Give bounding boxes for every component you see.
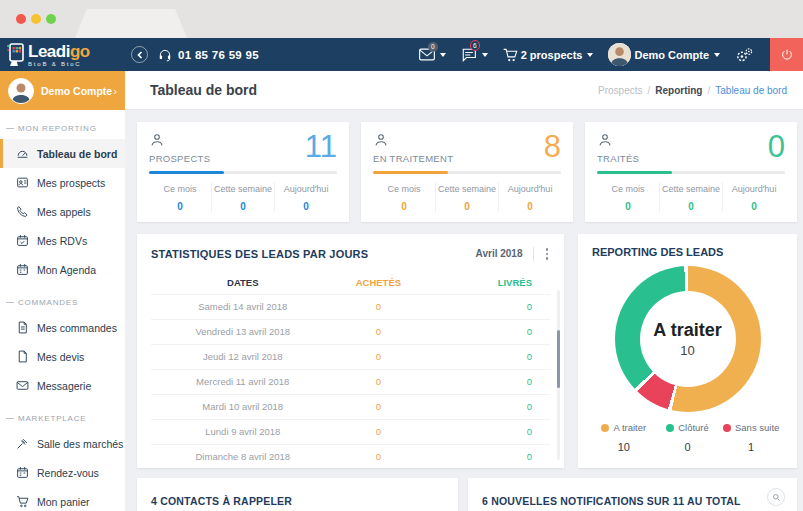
logo-phone-icon (7, 43, 24, 67)
envelope-icon (16, 379, 29, 392)
cart-caret-icon (587, 53, 593, 57)
cart-label: 2 prospects (521, 49, 583, 61)
stat-card-traites: TRAITÉS 0 Ce mois0 Cette semaine0 Aujour… (585, 122, 797, 222)
browser-tab (75, 9, 187, 38)
sidebar-item-salle-des-marches[interactable]: Salle des marchés (0, 429, 125, 458)
calendar-icon (16, 263, 29, 276)
breadcrumb-current: Tableau de bord (715, 85, 787, 96)
breadcrumb-prospects[interactable]: Prospects (598, 85, 642, 96)
stat-value: 11 (305, 132, 337, 164)
chat-caret-icon (482, 53, 488, 57)
window-minimize-dot (31, 14, 41, 24)
stat-progress (149, 171, 337, 174)
sidebar-item-mes-prospects[interactable]: Mes prospects (0, 168, 125, 197)
legend-item-sans-suite: Sans suite (719, 422, 783, 433)
month-selector[interactable]: Avril 2018 (476, 248, 523, 259)
stat-card-en-traitement: EN TRAITEMENT 8 Ce mois0 Cette semaine0 … (361, 122, 573, 222)
sidebar-item-mes-devis[interactable]: Mes devis (0, 342, 125, 371)
sidebar-item-mon-panier[interactable]: Mon panier (0, 487, 125, 511)
user-menu[interactable]: Demo Compte (608, 43, 720, 66)
page-header: Tableau de bord Prospects / Reporting / … (125, 71, 803, 110)
power-icon (780, 48, 794, 62)
sidebar-item-messagerie[interactable]: Messagerie (0, 371, 125, 400)
legend-item-a-traiter: A traiter (592, 422, 656, 433)
legend-item-cloture: Clôturé (656, 422, 720, 433)
user-caret-icon (714, 53, 720, 57)
cart-icon (503, 48, 518, 62)
mail-caret-icon (440, 53, 446, 57)
donut-legend: A traiter Clôturé Sans suite (592, 422, 783, 433)
dashboard-icon (16, 147, 29, 160)
person-icon (373, 134, 389, 151)
stat-label: EN TRAITEMENT (373, 153, 453, 164)
top-navigation-bar: Leadigo BtoB & BtoC 01 85 76 59 95 0 (0, 38, 803, 71)
file-icon (16, 350, 29, 363)
donut-center-label: A traiter (653, 320, 721, 341)
sidebar-item-mes-appels[interactable]: Mes appels (0, 197, 125, 226)
table-row: Mardi 10 avril 201800 (151, 394, 550, 419)
search-icon[interactable] (767, 488, 785, 506)
stat-label: PROSPECTS (149, 153, 210, 164)
logo-wordmark: Leadigo (28, 43, 90, 60)
legend-values: 10 0 1 (592, 441, 783, 453)
sidebar: Demo Compte › MON REPORTING Tableau de b… (0, 71, 125, 511)
logout-button[interactable] (770, 38, 803, 71)
phone-icon (16, 205, 29, 218)
user-name: Demo Compte (634, 49, 709, 61)
stat-value: 8 (544, 132, 561, 164)
sidebar-item-mes-rdvs[interactable]: Mes RDVs (0, 226, 125, 255)
main-content: PROSPECTS 11 Ce mois0 Cette semaine0 Auj… (125, 110, 803, 511)
sidebar-user-name: Demo Compte (41, 85, 112, 97)
reporting-panel: REPORTING DES LEADS A traiter 10 A trait… (578, 234, 797, 468)
leads-stats-panel: STATISTIQUES DES LEADS PAR JOURS Avril 2… (137, 234, 564, 468)
notifications-title: 6 NOUVELLES NOTIFICATIONS SUR 11 AU TOTA… (482, 495, 741, 507)
window-close-dot (16, 14, 26, 24)
legend-dot-green (666, 424, 674, 432)
donut-center-value: 10 (680, 343, 694, 358)
sidebar-avatar (8, 78, 34, 104)
table-menu-icon[interactable] (544, 246, 551, 262)
user-avatar (608, 43, 631, 66)
table-row: Jeudi 12 avril 201800 (151, 344, 550, 369)
person-icon (149, 134, 165, 151)
app-window: Leadigo BtoB & BtoC 01 85 76 59 95 0 (0, 0, 803, 511)
sidebar-section-marketplace: MARKETPLACE (0, 400, 125, 429)
contacts-panel: 4 CONTACTS À RAPPELER (137, 478, 458, 511)
sidebar-user-card[interactable]: Demo Compte › (0, 71, 125, 110)
chevron-right-icon: › (113, 85, 117, 97)
mail-badge: 0 (428, 42, 438, 52)
sidebar-item-mon-agenda[interactable]: Mon Agenda (0, 255, 125, 284)
contacts-title: 4 CONTACTS À RAPPELER (151, 495, 292, 507)
sidebar-item-tableau-de-bord[interactable]: Tableau de bord (0, 139, 125, 168)
gears-icon (735, 47, 753, 63)
logo-subtitle: BtoB & BtoC (28, 61, 90, 67)
app-logo: Leadigo BtoB & BtoC (0, 38, 125, 71)
sidebar-item-mes-commandes[interactable]: Mes commandes (0, 313, 125, 342)
sidebar-collapse-button[interactable] (131, 46, 148, 63)
prospects-cart-menu[interactable]: 2 prospects (503, 48, 594, 62)
sidebar-item-rendez-vous[interactable]: Rendez-vous (0, 458, 125, 487)
headset-icon (158, 48, 172, 62)
table-row: Dimanche 8 avril 201800 (151, 444, 550, 469)
stat-progress (373, 171, 561, 174)
stat-value: 0 (768, 132, 785, 164)
stat-card-prospects: PROSPECTS 11 Ce mois0 Cette semaine0 Auj… (137, 122, 349, 222)
breadcrumb-reporting[interactable]: Reporting (655, 85, 702, 96)
chat-badge: 6 (470, 40, 480, 51)
breadcrumb: Prospects / Reporting / Tableau de bord (598, 85, 803, 96)
window-maximize-dot (46, 14, 56, 24)
sidebar-section-reporting: MON REPORTING (0, 110, 125, 139)
leads-donut-chart[interactable]: A traiter 10 (615, 266, 761, 412)
calendar-check-icon (16, 234, 29, 247)
reporting-title: REPORTING DES LEADS (592, 246, 783, 258)
mail-menu[interactable]: 0 (419, 48, 446, 61)
phone-number: 01 85 76 59 95 (178, 49, 259, 61)
chat-menu[interactable]: 6 (461, 48, 488, 62)
table-scrollbar (557, 290, 560, 460)
table-row: Vendredi 13 avril 201800 (151, 319, 550, 344)
table-row: Mercredi 11 avril 201800 (151, 369, 550, 394)
scrollbar-thumb[interactable] (557, 330, 560, 388)
settings-button[interactable] (735, 47, 753, 63)
table-header-row: DATES ACHETÉS LIVRÉS (151, 272, 550, 294)
legend-dot-yellow (601, 424, 609, 432)
